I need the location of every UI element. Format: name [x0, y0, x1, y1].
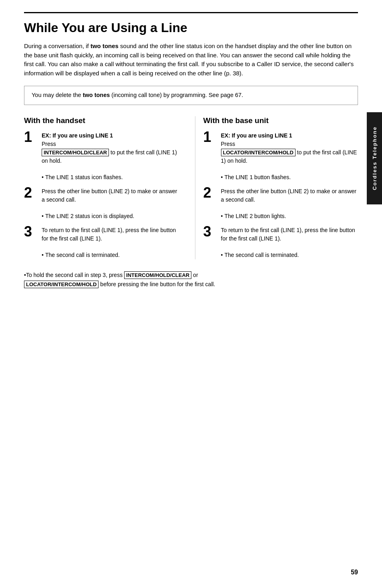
- side-tab: Cordless Telephone: [367, 112, 382, 204]
- handset-step-1-instruction: Press INTERCOM/HOLD/CLEAR to put the fir…: [42, 140, 179, 165]
- handset-step-3: 3 To return to the first call (LINE 1), …: [24, 226, 179, 243]
- handset-column: With the handset 1 EX: If you are using …: [24, 116, 191, 259]
- handset-step-3-content: To return to the first call (LINE 1), pr…: [42, 226, 179, 243]
- base-step-3: 3 To return to the first call (LINE 1), …: [203, 226, 358, 243]
- intro-paragraph: During a conversation, if two tones soun…: [24, 42, 358, 78]
- page-number: 59: [351, 569, 358, 576]
- handset-step-1-number: 1: [24, 130, 38, 144]
- footer-text-before: To hold the second call in step 3, press: [26, 272, 124, 278]
- handset-step-1-ex: EX: If you are using LINE 1: [42, 131, 179, 140]
- columns-container: With the handset 1 EX: If you are using …: [24, 116, 358, 259]
- base-step-2-number: 2: [203, 186, 218, 200]
- base-step-1-ex: EX: If you are using LINE 1: [221, 131, 358, 140]
- footer-button-1: INTERCOM/HOLD/CLEAR: [124, 271, 191, 279]
- base-unit-column: With the base unit 1 EX: If you are usin…: [199, 116, 358, 259]
- note-bold-tones: two tones: [83, 92, 110, 98]
- top-border: [24, 12, 358, 13]
- base-step-2-bullet: The LINE 2 button lights.: [203, 212, 358, 220]
- page-container: While You are Using a Line During a conv…: [0, 0, 382, 588]
- base-step-1-bullet: The LINE 1 button flashes.: [203, 173, 358, 182]
- base-step-3-content: To return to the first call (LINE 1), pr…: [221, 226, 358, 243]
- base-step-1: 1 EX: If you are using LINE 1 Press LOCA…: [203, 131, 358, 165]
- base-step-3-number: 3: [203, 224, 218, 239]
- base-locator-button: LOCATOR/INTERCOM/HOLD: [221, 149, 296, 156]
- intro-bold-tones: two tones: [90, 42, 119, 49]
- base-step-1-instruction: Press LOCATOR/INTERCOM/HOLD to put the f…: [221, 140, 358, 165]
- handset-step-1-content: EX: If you are using LINE 1 Press INTERC…: [42, 131, 179, 165]
- handset-step-3-number: 3: [24, 224, 38, 239]
- handset-step-3-bullet: The second call is terminated.: [24, 251, 179, 259]
- handset-step-2-bullet: The LINE 2 status icon is displayed.: [24, 212, 179, 220]
- side-tab-text: Cordless Telephone: [372, 126, 378, 190]
- note-text: You may delete the two tones (incoming c…: [32, 92, 243, 98]
- base-unit-column-heading: With the base unit: [203, 116, 358, 125]
- handset-step-2-content: Press the other line button (LINE 2) to …: [42, 187, 179, 204]
- handset-step-2-number: 2: [24, 186, 38, 200]
- page-title: While You are Using a Line: [24, 20, 358, 35]
- footer-text-between: or: [191, 272, 198, 278]
- base-step-2: 2 Press the other line button (LINE 2) t…: [203, 187, 358, 204]
- handset-step-1: 1 EX: If you are using LINE 1 Press INTE…: [24, 131, 179, 165]
- base-step-1-number: 1: [203, 130, 218, 144]
- footer-button-2: LOCATOR/INTERCOM/HOLD: [24, 281, 99, 288]
- handset-step-1-bullet: The LINE 1 status icon flashes.: [24, 173, 179, 182]
- handset-intercom-button: INTERCOM/HOLD/CLEAR: [42, 149, 109, 156]
- footer-note: •To hold the second call in step 3, pres…: [24, 271, 358, 289]
- handset-column-heading: With the handset: [24, 116, 179, 125]
- base-step-3-bullet: The second call is terminated.: [203, 251, 358, 259]
- handset-step-2: 2 Press the other line button (LINE 2) t…: [24, 187, 179, 204]
- column-divider: [195, 116, 195, 259]
- footer-text-after: before pressing the line button for the …: [99, 281, 215, 287]
- base-step-1-content: EX: If you are using LINE 1 Press LOCATO…: [221, 131, 358, 165]
- note-box: You may delete the two tones (incoming c…: [24, 86, 358, 105]
- base-step-2-content: Press the other line button (LINE 2) to …: [221, 187, 358, 204]
